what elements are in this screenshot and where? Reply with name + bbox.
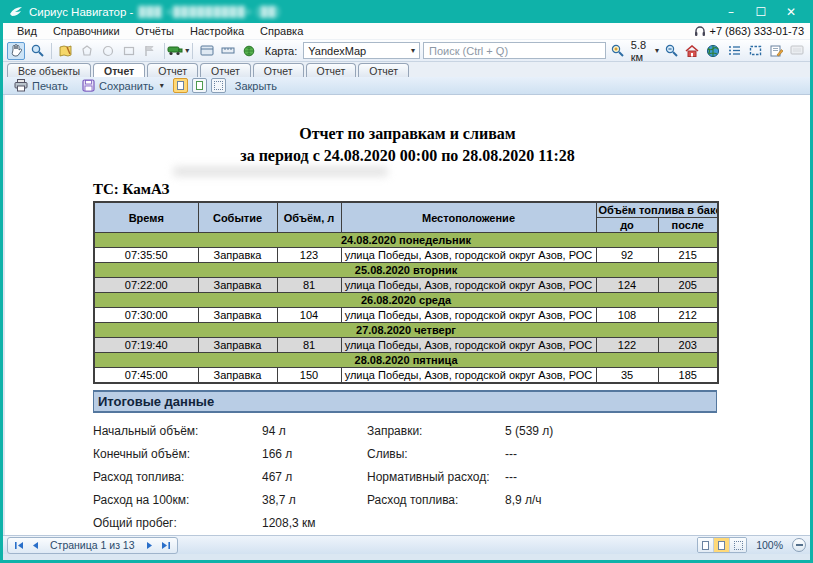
globe-icon bbox=[706, 44, 720, 58]
view-fit-width-button[interactable] bbox=[211, 78, 226, 93]
tab-label: Отчет bbox=[369, 65, 398, 77]
table-row[interactable]: 07:30:00 Заправка 104 улица Победы, Азов… bbox=[94, 308, 718, 323]
cell-event: Заправка bbox=[198, 248, 277, 263]
cell-volume: 81 bbox=[277, 338, 341, 353]
save-button[interactable]: Сохранить ▾ bbox=[77, 78, 169, 93]
edit-map-button[interactable] bbox=[57, 42, 75, 60]
tab-report-1[interactable]: Отчет bbox=[93, 63, 145, 77]
maximize-button[interactable]: ☐ bbox=[746, 1, 776, 22]
map-select[interactable]: YandexMap ▾ bbox=[303, 42, 420, 59]
title-bar: Сириус Навигатор - ███ «█████████» (██) … bbox=[3, 0, 810, 23]
pan-tool-button[interactable] bbox=[7, 42, 25, 60]
zoom-in-icon bbox=[611, 44, 624, 57]
close-button[interactable]: ✕ bbox=[776, 1, 806, 22]
menu-directories[interactable]: Справочники bbox=[45, 24, 128, 38]
page-green-icon bbox=[196, 81, 203, 90]
col-header-time: Время bbox=[94, 202, 198, 233]
window-controls: – ☐ ✕ bbox=[716, 1, 806, 22]
summary-label: Конечный объём: bbox=[93, 448, 262, 461]
cell-location: улица Победы, Азов, городской округ Азов… bbox=[341, 248, 596, 263]
edit-note-icon bbox=[770, 45, 783, 57]
menu-help[interactable]: Справка bbox=[252, 24, 311, 38]
circle-tool-button[interactable] bbox=[99, 42, 117, 60]
polygon-tool-button[interactable] bbox=[78, 42, 96, 60]
cell-event: Заправка bbox=[198, 278, 277, 293]
cell-after: 185 bbox=[658, 368, 718, 384]
tab-label: Отчет bbox=[104, 65, 134, 77]
date-group-label: 24.08.2020 понедельник bbox=[94, 233, 718, 248]
menu-reports[interactable]: Отчёты bbox=[128, 24, 182, 38]
flag-tool-button[interactable] bbox=[141, 42, 159, 60]
menu-view[interactable]: Вид bbox=[9, 24, 45, 38]
single-page-view-button[interactable] bbox=[698, 538, 714, 552]
cell-event: Заправка bbox=[198, 308, 277, 323]
panel-icon bbox=[200, 45, 214, 56]
edit-note-button[interactable] bbox=[767, 42, 785, 60]
cell-time: 07:19:40 bbox=[94, 338, 198, 353]
map-select-value: YandexMap bbox=[308, 45, 366, 57]
col-header-before: до bbox=[596, 218, 658, 233]
multi-page-view-button[interactable] bbox=[730, 538, 746, 552]
print-button[interactable]: Печать bbox=[9, 78, 73, 93]
col-header-after: после bbox=[658, 218, 718, 233]
summary-spacer bbox=[367, 517, 505, 530]
date-group-label: 26.08.2020 среда bbox=[94, 293, 718, 308]
list-button[interactable] bbox=[725, 42, 743, 60]
table-row[interactable]: 07:22:00 Заправка 81 улица Победы, Азов,… bbox=[94, 278, 718, 293]
minimize-button[interactable]: – bbox=[716, 1, 746, 22]
tab-report-3[interactable]: Отчет bbox=[200, 63, 251, 77]
monitor-icon bbox=[790, 45, 804, 56]
menu-settings[interactable]: Настройка bbox=[182, 24, 252, 38]
search-input[interactable] bbox=[423, 42, 606, 59]
table-row[interactable]: 07:35:50 Заправка 123 улица Победы, Азов… bbox=[94, 248, 718, 263]
tab-report-6[interactable]: Отчет bbox=[358, 63, 409, 77]
tab-label: Отчет bbox=[211, 65, 240, 77]
cell-after: 212 bbox=[658, 308, 718, 323]
page-indicator: Страница 1 из 13 bbox=[50, 539, 135, 551]
geo-button[interactable] bbox=[240, 42, 258, 60]
table-row[interactable]: 07:45:00 Заправка 150 улица Победы, Азов… bbox=[94, 368, 718, 384]
tab-report-2[interactable]: Отчет bbox=[147, 63, 198, 77]
col-header-volume: Объём, л bbox=[277, 202, 341, 233]
tab-report-4[interactable]: Отчет bbox=[253, 63, 304, 77]
summary-label: Расход топлива: bbox=[367, 494, 505, 507]
first-page-button[interactable] bbox=[12, 539, 26, 552]
last-page-button[interactable] bbox=[159, 539, 173, 552]
selection-rect-icon bbox=[749, 45, 762, 56]
zoom-in-button[interactable] bbox=[609, 42, 627, 60]
fit-page-view-button[interactable] bbox=[714, 538, 730, 552]
close-report-button[interactable]: Закрыть bbox=[230, 79, 282, 93]
panel-button[interactable] bbox=[198, 42, 216, 60]
zoom-tool-button[interactable] bbox=[28, 42, 46, 60]
rectangle-tool-button[interactable] bbox=[120, 42, 138, 60]
tab-all-objects[interactable]: Все объекты bbox=[7, 63, 91, 77]
tab-label: Отчет bbox=[158, 65, 187, 77]
cell-time: 07:22:00 bbox=[94, 278, 198, 293]
monitor-button[interactable] bbox=[788, 42, 806, 60]
pagination-control: Страница 1 из 13 bbox=[7, 537, 178, 554]
selection-button[interactable] bbox=[746, 42, 764, 60]
view-single-page-button[interactable] bbox=[173, 78, 188, 93]
globe-button[interactable] bbox=[704, 42, 722, 60]
zoom-out-button[interactable] bbox=[662, 42, 680, 60]
cell-before: 35 bbox=[596, 368, 658, 384]
vehicle-button[interactable]: ▾ bbox=[169, 42, 187, 60]
next-page-button[interactable] bbox=[143, 539, 157, 552]
cell-before: 92 bbox=[596, 248, 658, 263]
home-button[interactable] bbox=[683, 42, 701, 60]
cell-event: Заправка bbox=[198, 338, 277, 353]
summary-value: 467 л bbox=[262, 471, 367, 484]
support-phone-area: +7 (863) 333-01-73 bbox=[694, 25, 804, 37]
summary-spacer bbox=[505, 517, 717, 530]
table-row[interactable]: 07:19:40 Заправка 81 улица Победы, Азов,… bbox=[94, 338, 718, 353]
printer-icon bbox=[14, 79, 28, 92]
summary-value: 166 л bbox=[262, 448, 367, 461]
zoom-out-slider-button[interactable] bbox=[792, 538, 806, 552]
small-globe-icon bbox=[243, 45, 255, 57]
ruler-button[interactable] bbox=[219, 42, 237, 60]
prev-page-button[interactable] bbox=[28, 539, 42, 552]
cell-location: улица Победы, Азов, городской округ Азов… bbox=[341, 368, 596, 384]
tab-report-5[interactable]: Отчет bbox=[306, 63, 357, 77]
view-fit-page-button[interactable] bbox=[192, 78, 207, 93]
summary-grid: Начальный объём: 94 л Заправки: 5 (539 л… bbox=[93, 425, 717, 530]
